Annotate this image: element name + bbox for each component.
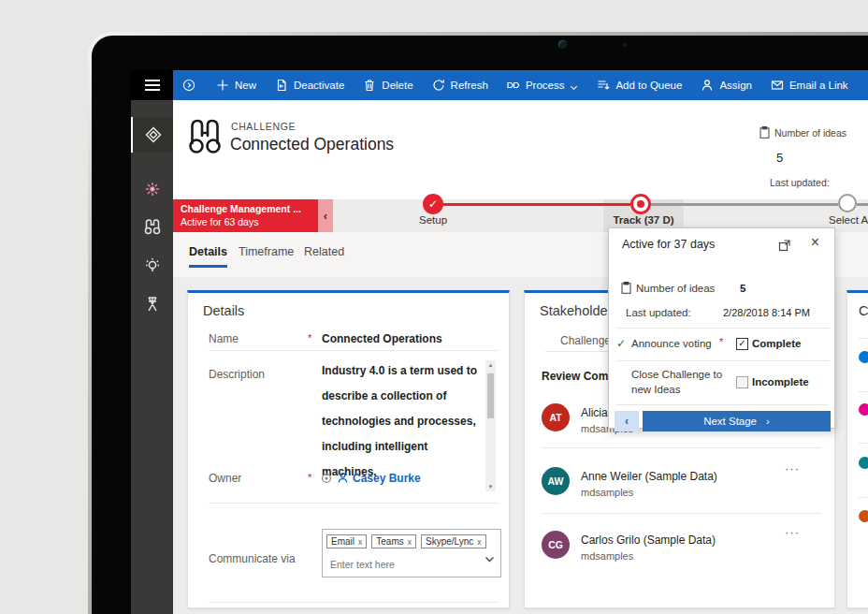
ideas-stat: Number of ideas xyxy=(760,126,846,139)
avatar xyxy=(859,457,868,469)
clipboard-icon xyxy=(760,126,770,139)
nav-expand-icon[interactable] xyxy=(182,79,195,92)
avatar: AW xyxy=(542,467,570,495)
active-dot-icon xyxy=(637,200,644,208)
step1-checkbox[interactable]: ✓ xyxy=(736,338,748,350)
last-updated-label: Last updated: xyxy=(770,177,830,188)
sidebar-item-challenges[interactable] xyxy=(131,209,173,244)
add-to-queue-button[interactable]: Add to Queue xyxy=(597,79,682,92)
flyout-ideas-value: 5 xyxy=(740,283,745,294)
name-field-value[interactable]: Connected Operations xyxy=(322,332,442,345)
step2-label-line1: Close Challenge to xyxy=(631,369,722,380)
tag-remove-icon[interactable]: x xyxy=(408,537,412,547)
popout-icon[interactable] xyxy=(778,239,791,252)
row-menu-ellipsis[interactable]: ··· xyxy=(785,525,800,539)
tag-remove-icon[interactable]: x xyxy=(477,537,481,547)
description-line: Industry 4.0 is a term used to xyxy=(322,358,483,384)
stage-dot-track[interactable] xyxy=(630,194,651,214)
camera-lens xyxy=(558,40,567,49)
person-icon xyxy=(337,472,349,484)
email-a-link-button[interactable]: Email a Link xyxy=(771,79,848,92)
name-field-label: Name xyxy=(209,332,239,345)
pinned-stage-subtitle: Active for 63 days xyxy=(181,216,311,227)
description-scrollbar[interactable]: ▲ ▼ xyxy=(485,360,496,491)
command-bar: New Deactivate Delete Refresh Process Ad… xyxy=(173,70,868,100)
tag-label: Teams xyxy=(376,536,403,547)
tab-details[interactable]: Details xyxy=(189,245,227,268)
assign-button-label: Assign xyxy=(719,80,752,91)
chevron-down-icon[interactable] xyxy=(485,556,495,563)
deactivate-icon xyxy=(275,79,288,92)
next-stage-button[interactable]: Next Stage › xyxy=(643,411,831,431)
tag-teams: Teamsx xyxy=(371,534,416,548)
previous-stage-button[interactable]: ‹ xyxy=(615,411,639,431)
stage-label-track[interactable]: Track (37 D) xyxy=(597,214,690,226)
person-name[interactable]: Carlos Grilo (Sample Data) xyxy=(581,534,716,547)
refresh-icon xyxy=(432,79,445,92)
tab-timeframe[interactable]: Timeframe xyxy=(239,245,294,265)
description-field-value[interactable]: Industry 4.0 is a term used to describe … xyxy=(322,358,483,485)
step1-label: Announce voting xyxy=(631,338,712,349)
stage-dot-setup[interactable]: ✓ xyxy=(423,194,443,214)
hamburger-menu-button[interactable] xyxy=(131,70,173,100)
person-subtitle: mdsamples xyxy=(581,487,633,498)
required-marker: * xyxy=(308,472,311,483)
refresh-button-label: Refresh xyxy=(451,80,488,91)
assign-button[interactable]: Assign xyxy=(701,79,752,92)
check-icon: ✓ xyxy=(738,338,745,348)
refresh-button[interactable]: Refresh xyxy=(432,79,488,92)
flyout-divider xyxy=(616,360,829,361)
email-a-link-button-label: Email a Link xyxy=(789,80,848,91)
stage-dot-select[interactable] xyxy=(838,194,857,212)
process-button-label: Process xyxy=(526,80,565,91)
right-panel-card: Co xyxy=(846,290,868,608)
flyout-ideas-label: Number of ideas xyxy=(636,283,715,294)
chevron-right-icon: › xyxy=(766,416,770,427)
stage-label-setup[interactable]: Setup xyxy=(386,214,480,226)
new-button[interactable]: New xyxy=(216,79,256,92)
bpf-connector-edge xyxy=(857,203,868,206)
step2-status-label: Incomplete xyxy=(752,376,809,387)
owner-value-link[interactable]: Casey Burke xyxy=(353,472,421,485)
communicate-multiselect[interactable]: Emailx Teamsx Skype/Lyncx Enter text her… xyxy=(322,529,501,577)
field-divider xyxy=(209,503,499,504)
row-menu-ellipsis[interactable]: ··· xyxy=(785,461,800,475)
process-button[interactable]: Process xyxy=(507,79,579,92)
owner-field-label: Owner xyxy=(209,472,241,485)
tab-related[interactable]: Related xyxy=(304,245,344,265)
sidebar-item-app[interactable] xyxy=(131,171,173,207)
sidebar-item-ideas[interactable] xyxy=(131,248,173,284)
avatar xyxy=(859,510,868,522)
tag-input-placeholder[interactable]: Enter text here xyxy=(330,559,395,570)
stage-label-select[interactable]: Select And Exe xyxy=(781,214,868,226)
bpf-connector-done xyxy=(443,203,630,206)
step2-label-line2: new Ideas xyxy=(631,384,680,395)
sidebar-item-finish[interactable] xyxy=(131,286,173,322)
close-icon[interactable]: × xyxy=(811,234,819,251)
scrollbar-thumb[interactable] xyxy=(487,373,494,418)
idea-bulb-icon xyxy=(143,256,162,275)
details-card: Details Name * Connected Operations Desc… xyxy=(187,290,510,608)
flyout-updated-value: 2/28/2018 8:14 PM xyxy=(723,307,810,318)
deactivate-button[interactable]: Deactivate xyxy=(275,79,344,92)
collapse-stage-chevron[interactable]: ‹ xyxy=(318,199,333,232)
flyout-title: Active for 37 days xyxy=(622,238,715,251)
field-divider xyxy=(209,350,499,351)
details-card-title: Details xyxy=(203,303,244,318)
sidebar-item-home[interactable] xyxy=(131,117,173,153)
delete-button[interactable]: Delete xyxy=(363,79,412,92)
scroll-up-icon[interactable]: ▲ xyxy=(485,362,496,368)
chevron-down-icon xyxy=(570,81,578,90)
scroll-down-icon[interactable]: ▼ xyxy=(485,484,496,490)
step2-checkbox[interactable] xyxy=(736,376,748,388)
pinned-stage-box[interactable]: Challenge Management ... Active for 63 d… xyxy=(173,199,318,232)
delete-button-label: Delete xyxy=(382,80,412,91)
field-divider xyxy=(209,602,499,603)
add-to-queue-icon xyxy=(597,79,610,92)
plus-icon xyxy=(216,79,229,92)
tag-remove-icon[interactable]: x xyxy=(358,537,362,547)
home-diamond-icon xyxy=(144,125,163,144)
person-name[interactable]: Alicia xyxy=(581,406,608,419)
tag-email: Emailx xyxy=(326,534,367,548)
person-name[interactable]: Anne Weiler (Sample Data) xyxy=(581,470,717,483)
